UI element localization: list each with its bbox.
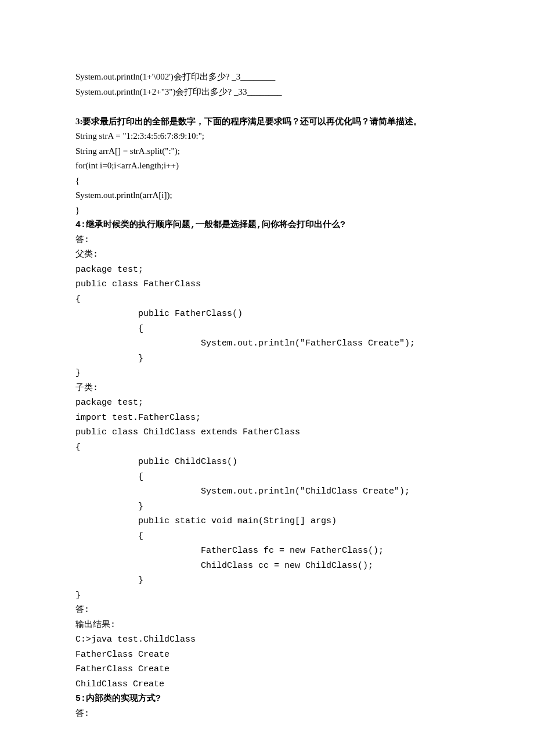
text-line: { [75,322,459,337]
text-line [75,99,459,114]
text-line: } [75,499,459,514]
text-line: 5:内部类的实现方式? [75,692,459,707]
text-line: FatherClass Create [75,662,459,677]
text-line: package test; [75,395,459,411]
text-line: { [75,174,459,189]
text-line: { [75,470,459,485]
text-line: 输出结果: [75,618,459,633]
text-line: 4:继承时候类的执行顺序问题,一般都是选择题,问你将会打印出什么? [75,218,459,233]
text-line: import test.FatherClass; [75,411,459,426]
text-line: public FatherClass() [75,307,459,322]
text-line: for(int i=0;i<arrA.length;i++) [75,159,459,174]
text-line: FatherClass fc = new FatherClass(); [75,543,459,559]
text-line: 答: [75,233,459,248]
text-line: public static void main(String[] args) [75,514,459,529]
text-line: System.out.println(arrA[i]); [75,188,459,203]
text-line: 答: [75,603,459,618]
text-line: } [75,351,459,366]
text-line: 答: [75,707,459,722]
text-line: } [75,588,459,603]
text-line: } [75,203,459,218]
document-page: System.out.println(1+'\002')会打印出多少? _3__… [0,0,534,756]
text-line: System.out.println("ChildClass Create"); [75,484,459,499]
text-line: String arrA[] = strA.split(":"); [75,144,459,159]
text-line: System.out.println("FatherClass Create")… [75,336,459,351]
text-line: public class FatherClass [75,277,459,292]
text-line: 3:要求最后打印出的全部是数字，下面的程序满足要求吗？还可以再优化吗？请简单描述… [75,114,459,129]
text-line: ChildClass cc = new ChildClass(); [75,559,459,574]
text-line: FatherClass Create [75,647,459,663]
text-line: ChildClass Create [75,677,459,692]
text-line: System.out.println(1+2+"3")会打印出多少? _33__… [75,85,459,100]
text-line: System.out.println(1+'\002')会打印出多少? _3__… [75,70,459,85]
text-line: 子类: [75,381,459,396]
text-line: public ChildClass() [75,455,459,470]
text-line: C:>java test.ChildClass [75,632,459,647]
text-line: } [75,573,459,588]
text-line: { [75,529,459,544]
text-line: package test; [75,262,459,278]
text-line: public class ChildClass extends FatherCl… [75,425,459,440]
text-line: } [75,366,459,381]
text-line: { [75,292,459,307]
text-line: 父类: [75,247,459,262]
text-line: String strA = "1:2:3:4:5:6:7:8:9:10:"; [75,129,459,144]
text-line: { [75,440,459,455]
